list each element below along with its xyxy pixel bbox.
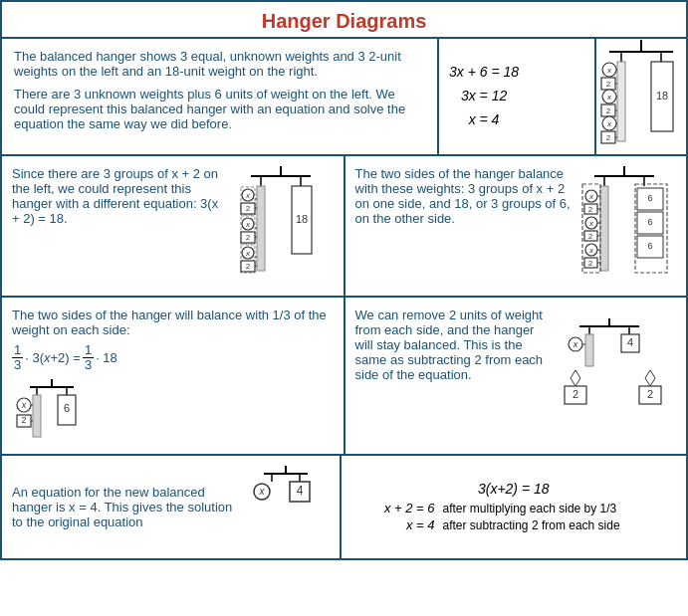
svg-marker-112 [645, 370, 655, 386]
svg-text:2: 2 [605, 133, 610, 142]
svg-text:6: 6 [647, 241, 652, 251]
row3-left-text: The two sides of the hanger will balance… [12, 308, 334, 337]
row1-eq-block: 3x + 6 = 18 3x = 12 x = 4 [449, 61, 519, 131]
svg-text:x: x [572, 339, 577, 349]
row3: The two sides of the hanger will balance… [2, 298, 686, 456]
row1: The balanced hanger shows 3 equal, unkno… [2, 37, 686, 156]
svg-text:2: 2 [572, 388, 577, 400]
svg-text:2: 2 [605, 80, 610, 89]
svg-rect-101 [585, 334, 593, 366]
svg-rect-57 [600, 186, 608, 271]
svg-text:x: x [258, 486, 265, 497]
fraction-1-3-b: 1 3 [83, 343, 94, 373]
row4-note2: after multiplying each side by 1/3 [443, 502, 617, 515]
svg-text:2: 2 [605, 106, 610, 115]
row3-hanger-right: x 4 2 2 [557, 308, 676, 444]
hanger-svg-6: x 4 [250, 466, 330, 545]
row3-right: We can remove 2 units of weight from eac… [345, 298, 687, 454]
row4-eq3: x = 4 [355, 517, 435, 532]
row3-hanger-left: x 2 6 [12, 379, 334, 444]
row4-eq3-row: x = 4 after subtracting 2 from each side [355, 517, 673, 532]
svg-text:2: 2 [587, 205, 592, 214]
row4-eq1: 3(x+2) = 18 [355, 481, 673, 497]
svg-marker-111 [571, 370, 580, 386]
row2-hanger-left: x 2 x 2 x [234, 166, 334, 286]
hanger-svg-4: x 2 6 [12, 379, 112, 444]
row2-left-text: Since there are 3 groups of x + 2 on the… [12, 166, 234, 286]
svg-text:6: 6 [647, 217, 652, 227]
eq3: x = 4 [449, 108, 519, 132]
row1-left-text: The balanced hanger shows 3 equal, unkno… [2, 39, 437, 154]
hanger-svg-2: x 2 x 2 x [236, 166, 331, 286]
svg-text:4: 4 [626, 336, 632, 348]
row1-text2: There are 3 unknown weights plus 6 units… [14, 87, 425, 131]
svg-rect-29 [257, 186, 265, 271]
hanger-svg-5: x 4 2 2 [560, 318, 674, 433]
row2: Since there are 3 groups of x + 2 on the… [2, 156, 686, 298]
fraction-1-3: 1 3 [12, 343, 23, 373]
row3-left: The two sides of the hanger will balance… [2, 298, 345, 454]
row4: An equation for the new balanced hanger … [2, 456, 686, 558]
svg-text:18: 18 [296, 213, 308, 225]
row4-left-text: An equation for the new balanced hanger … [12, 485, 250, 529]
row3-fraction-eq: 1 3 · 3(x+2) = 1 3 · 18 [12, 343, 334, 373]
main-container: Hanger Diagrams The balanced hanger show… [0, 0, 688, 560]
svg-text:2: 2 [246, 204, 251, 213]
hanger-svg-3: x 2 x 2 x [579, 166, 674, 286]
svg-rect-4 [617, 62, 625, 141]
row1-equations: 3x + 6 = 18 3x = 12 x = 4 [437, 39, 596, 154]
row4-right: 3(x+2) = 18 x + 2 = 6 after multiplying … [342, 456, 687, 558]
svg-text:18: 18 [655, 90, 667, 102]
row3-right-text: We can remove 2 units of weight from eac… [355, 308, 558, 444]
row4-eq2: x + 2 = 6 [355, 501, 435, 515]
svg-text:2: 2 [246, 233, 251, 242]
row2-right: The two sides of the hanger balance with… [345, 156, 687, 296]
row1-hanger: x 2 x 2 x 2 [596, 39, 686, 154]
eq2: 3x = 12 [449, 85, 519, 108]
svg-text:6: 6 [64, 402, 70, 414]
svg-text:2: 2 [587, 259, 592, 268]
svg-text:2: 2 [21, 415, 26, 425]
row4-eq2-row: x + 2 = 6 after multiplying each side by… [355, 501, 673, 515]
eq1: 3x + 6 = 18 [449, 61, 519, 85]
row4-note3: after subtracting 2 from each side [443, 518, 620, 532]
row4-left: An equation for the new balanced hanger … [2, 456, 342, 558]
row1-text1: The balanced hanger shows 3 equal, unkno… [14, 49, 425, 79]
svg-text:6: 6 [647, 193, 652, 203]
svg-text:2: 2 [246, 262, 251, 271]
page-title: Hanger Diagrams [2, 2, 686, 37]
row2-hanger-right: x 2 x 2 x [576, 166, 676, 286]
svg-text:2: 2 [587, 232, 592, 241]
row2-right-text: The two sides of the hanger balance with… [355, 166, 577, 286]
hanger-diagram-1: x 2 x 2 x 2 [599, 40, 684, 154]
svg-text:4: 4 [296, 484, 303, 498]
row2-left: Since there are 3 groups of x + 2 on the… [2, 156, 345, 296]
svg-rect-88 [33, 395, 41, 437]
svg-text:2: 2 [646, 388, 652, 400]
svg-text:x: x [21, 400, 27, 410]
row4-hanger: x 4 [250, 466, 330, 548]
